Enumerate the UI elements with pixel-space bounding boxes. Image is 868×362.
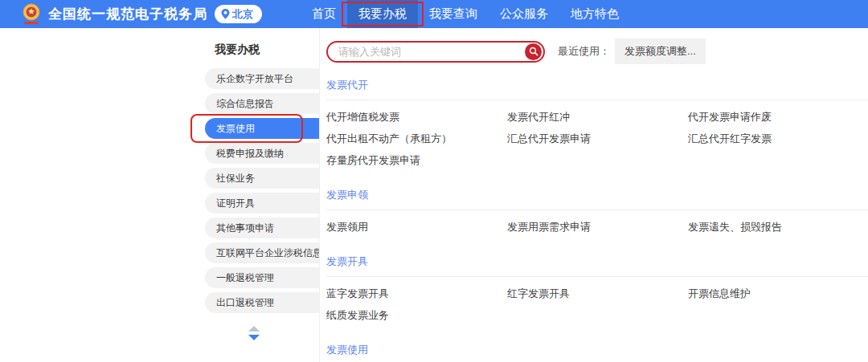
nav-item-home[interactable]: 首页: [301, 0, 347, 28]
service-link[interactable]: 纸质发票业务: [326, 309, 389, 322]
service-link[interactable]: 代开增值税发票: [326, 111, 399, 124]
sidebar-item-invoice-use[interactable]: 发票使用: [205, 118, 319, 139]
location-label: 北京: [232, 7, 253, 22]
section-grid: 代开增值税发票发票代开红冲代开发票申请作废代开出租不动产（承租方）汇总代开发票申…: [326, 100, 868, 173]
sidebar-scroll-arrows: [189, 326, 319, 340]
left-gutter: [0, 28, 189, 362]
location-selector[interactable]: 北京: [215, 5, 262, 23]
service-link[interactable]: 代开出租不动产（承租方）: [326, 132, 452, 145]
section-title: 发票申领: [326, 188, 868, 210]
search-box: [326, 41, 545, 63]
service-link[interactable]: 存量房代开发票申请: [326, 154, 420, 167]
service-link[interactable]: 发票用票需求申请: [507, 221, 591, 234]
sidebar-item-internet-platform-tax-info[interactable]: 互联网平台企业涉税信息报送: [205, 242, 319, 263]
sidebar-item-other-matters[interactable]: 其他事项申请: [205, 218, 319, 238]
logo-wrap: 全国统一规范电子税务局 北京: [21, 3, 262, 26]
section-title: 发票使用: [326, 343, 868, 362]
sidebar-item-social-security[interactable]: 社保业务: [205, 168, 319, 189]
section-invoice-usage: 发票使用发票用途确认发票查询统计发票额度调整申请: [326, 343, 868, 362]
service-link[interactable]: 发票遗失、损毁报告: [688, 221, 782, 234]
section-invoice-application: 发票申领发票领用发票用票需求申请发票遗失、损毁报告: [326, 188, 868, 239]
section-grid: 蓝字发票开具红字发票开具开票信息维护纸质发票业务: [326, 277, 868, 327]
main-nav: 首页我要办税我要查询公众服务地方特色: [301, 0, 630, 28]
service-link[interactable]: 开票信息维护: [688, 287, 751, 300]
search-row: 最近使用： 发票额度调整...: [326, 40, 868, 63]
section-invoice-agent-issuance: 发票代开代开增值税发票发票代开红冲代开发票申请作废代开出租不动产（承租方）汇总代…: [326, 78, 868, 173]
service-link[interactable]: 代开发票申请作废: [688, 111, 772, 124]
sidebar: 我要办税 乐企数字开放平台综合信息报告发票使用税费申报及缴纳社保业务证明开具其他…: [189, 28, 320, 362]
service-sections: 发票代开代开增值税发票发票代开红冲代开发票申请作废代开出租不动产（承租方）汇总代…: [326, 78, 868, 362]
scroll-up-icon[interactable]: [248, 326, 260, 331]
sidebar-item-general-tax-refund[interactable]: 一般退税管理: [205, 267, 319, 288]
tax-bureau-emblem-icon: [21, 3, 42, 26]
section-grid: 发票领用发票用票需求申请发票遗失、损毁报告: [326, 210, 868, 239]
sidebar-item-certificate-issuance[interactable]: 证明开具: [205, 193, 319, 214]
section-title: 发票开具: [326, 254, 868, 277]
search-input[interactable]: [338, 46, 525, 58]
content-panel: 最近使用： 发票额度调整... 发票代开代开增值税发票发票代开红冲代开发票申请作…: [320, 28, 868, 362]
sidebar-item-comprehensive-info-report[interactable]: 综合信息报告: [205, 93, 319, 114]
sidebar-item-tax-declaration-payment[interactable]: 税费申报及缴纳: [205, 143, 319, 164]
service-link[interactable]: 蓝字发票开具: [326, 287, 389, 300]
service-link[interactable]: 汇总代开发票申请: [507, 132, 591, 145]
section-title: 发票代开: [326, 78, 868, 100]
service-link[interactable]: 汇总代开红字发票: [688, 132, 772, 145]
nav-item-public-service[interactable]: 公众服务: [489, 0, 559, 28]
section-invoice-issuance: 发票开具蓝字发票开具红字发票开具开票信息维护纸质发票业务: [326, 254, 868, 327]
nav-item-local-features[interactable]: 地方特色: [559, 0, 630, 28]
sidebar-item-export-tax-refund[interactable]: 出口退税管理: [205, 292, 319, 313]
location-pin-icon: [221, 9, 230, 19]
service-link[interactable]: 红字发票开具: [507, 287, 570, 300]
recent-item-button[interactable]: 发票额度调整...: [615, 39, 706, 64]
service-link[interactable]: 发票领用: [326, 221, 368, 234]
service-link[interactable]: 发票代开红冲: [507, 111, 570, 124]
top-header: 全国统一规范电子税务局 北京 首页我要办税我要查询公众服务地方特色: [0, 0, 868, 28]
nav-item-my-tax[interactable]: 我要办税: [347, 0, 418, 28]
nav-item-my-query[interactable]: 我要查询: [418, 0, 489, 28]
sidebar-item-leqi-digital-platform[interactable]: 乐企数字开放平台: [205, 68, 319, 89]
search-button[interactable]: [525, 43, 542, 60]
site-title: 全国统一规范电子税务局: [48, 5, 207, 23]
search-icon: [529, 47, 538, 56]
sidebar-title: 我要办税: [189, 38, 319, 68]
sidebar-items: 乐企数字开放平台综合信息报告发票使用税费申报及缴纳社保业务证明开具其他事项申请互…: [189, 68, 319, 313]
recent-use-label: 最近使用：: [558, 44, 610, 59]
scroll-down-icon[interactable]: [248, 335, 260, 340]
body-row: 我要办税 乐企数字开放平台综合信息报告发票使用税费申报及缴纳社保业务证明开具其他…: [0, 28, 868, 362]
